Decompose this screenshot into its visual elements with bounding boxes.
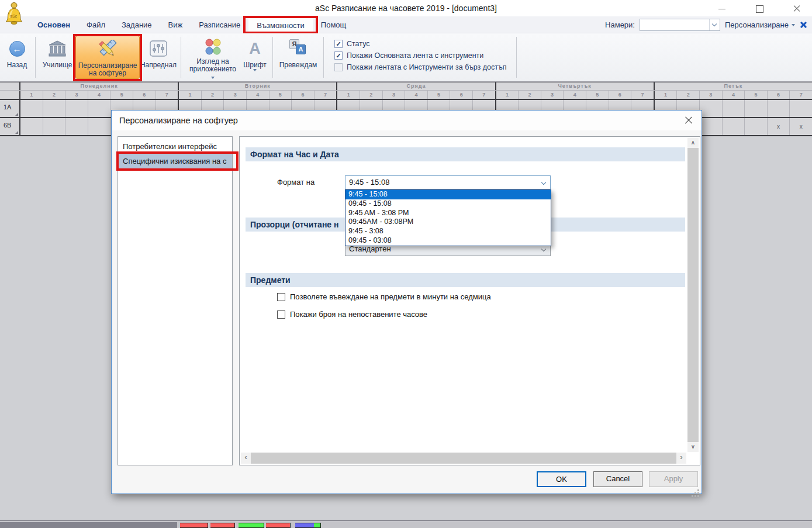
- title-bar: aSc Разписание на часовете 2019 - [docum…: [0, 0, 812, 16]
- ribbon-checkbox-1[interactable]: ✓Покажи Основната лента с инструменти: [334, 51, 507, 60]
- ribbon-divider: [181, 37, 181, 78]
- ribbon-tab-5[interactable]: Възможности: [248, 16, 313, 33]
- scroll-right-button[interactable]: ›: [676, 453, 686, 464]
- grid-period-cell: 4: [247, 91, 269, 99]
- back-button[interactable]: ← Назад: [2, 36, 32, 79]
- dropdown-option-1[interactable]: 09:45 - 15:08: [345, 199, 551, 209]
- grid-cell[interactable]: [790, 100, 812, 117]
- grid-cell[interactable]: [20, 118, 43, 135]
- cancel-button[interactable]: Cancel: [593, 471, 642, 487]
- school-building-icon: [48, 38, 67, 59]
- customize-software-button[interactable]: Персонализиране на софтуер: [75, 36, 140, 79]
- grid-cell[interactable]: [65, 118, 88, 135]
- status-progress-bar-3[interactable]: [266, 523, 291, 528]
- grid-period-cell: 4: [723, 91, 745, 99]
- grid-period-cell: 2: [43, 91, 66, 99]
- horizontal-scroll-track[interactable]: [251, 453, 676, 464]
- grid-cell[interactable]: [43, 118, 66, 135]
- sliders-icon: [150, 38, 167, 59]
- ribbon-tab-1[interactable]: Файл: [78, 16, 113, 33]
- customize-software-dialog: Персонализиране на софтуер Потребителски…: [111, 110, 702, 494]
- dropdown-option-0[interactable]: 9:45 - 15:08: [345, 190, 551, 199]
- grid-day-group: Понеделник: [20, 82, 179, 90]
- ribbon-tab-4[interactable]: Разписание: [191, 16, 248, 33]
- status-progress-bar-2[interactable]: [239, 523, 264, 528]
- time-format-combobox[interactable]: 9:45 - 15:08: [345, 175, 551, 189]
- grid-cell[interactable]: [700, 100, 723, 117]
- horizontal-scrollbar[interactable]: ‹ ›: [241, 453, 686, 464]
- ribbon-tab-0[interactable]: Основен: [29, 16, 78, 33]
- checkbox-subjects-minutes[interactable]: Позволете въвеждане на предмети в минути…: [277, 292, 491, 301]
- grid-cell[interactable]: [700, 118, 723, 135]
- close-personalize-icon[interactable]: [800, 21, 807, 29]
- ribbon-tab-3[interactable]: Виж: [160, 16, 191, 33]
- grid-cell[interactable]: [723, 100, 745, 117]
- ruler-pencil-icon: [97, 39, 118, 60]
- dropdown-option-3[interactable]: 09:45AM - 03:08PM: [345, 218, 551, 227]
- grid-class-label: 1A: [0, 100, 20, 117]
- find-text-field[interactable]: [641, 20, 707, 30]
- class-name-label: 6B: [0, 118, 19, 129]
- grid-cell[interactable]: [768, 100, 790, 117]
- vertical-scroll-track[interactable]: [687, 148, 699, 442]
- ribbon-checkbox-2[interactable]: Покажи лентата с Инструменти за бърз дос…: [334, 63, 507, 71]
- find-label: Намери:: [605, 20, 635, 29]
- grid-period-cell: 1: [655, 91, 678, 99]
- find-input[interactable]: [640, 19, 720, 31]
- grid-period-cell: 4: [564, 91, 586, 99]
- ribbon-tab-6[interactable]: Помощ: [313, 16, 354, 33]
- grid-period-cell: 5: [586, 91, 609, 99]
- grid-cell[interactable]: [745, 100, 768, 117]
- grid-period-cell: 1: [20, 91, 43, 99]
- translate-button[interactable]: Я A Превеждам: [277, 36, 320, 79]
- school-button[interactable]: Училище: [39, 36, 75, 79]
- grid-cell[interactable]: [88, 100, 111, 117]
- app-view-button[interactable]: Изглед на приложението: [185, 36, 241, 79]
- resize-grip[interactable]: [697, 489, 699, 491]
- status-progress-bar-4[interactable]: [295, 523, 321, 528]
- minimize-button[interactable]: [717, 4, 727, 13]
- close-button[interactable]: [792, 4, 801, 13]
- grid-cell[interactable]: [723, 118, 745, 135]
- find-dropdown-arrow[interactable]: [709, 19, 720, 30]
- ribbon-tab-2[interactable]: Задание: [113, 16, 160, 33]
- advanced-button[interactable]: Напреднал: [140, 36, 177, 79]
- status-progress-bar-0[interactable]: [180, 523, 208, 528]
- checkbox-checked-icon: ✓: [334, 51, 343, 60]
- personalize-menu[interactable]: Персонализиране: [725, 20, 795, 29]
- grid-day-name: Петък: [655, 82, 812, 90]
- checkbox-label: Позволете въвеждане на предмети в минути…: [290, 292, 491, 301]
- dropdown-option-2[interactable]: 9:45 AM - 3:08 PM: [345, 209, 551, 218]
- ribbon-checkbox-0[interactable]: ✓Статус: [334, 40, 507, 48]
- grid-cell[interactable]: x: [790, 118, 812, 135]
- grid-cell[interactable]: [745, 118, 768, 135]
- grid-period-header-row: 12345671234567123456712345671234567: [0, 90, 812, 99]
- customize-software-button-label: Персонализиране на софтуер: [78, 62, 137, 77]
- maximize-button[interactable]: [755, 4, 764, 13]
- dialog-nav-item-1[interactable]: Специфични изисквания на с: [118, 154, 232, 168]
- scroll-left-button[interactable]: ‹: [241, 453, 251, 464]
- grid-cell[interactable]: [43, 100, 66, 117]
- apply-button[interactable]: Apply: [649, 471, 698, 487]
- row-corner-mark-icon: [15, 113, 18, 116]
- dropdown-option-5[interactable]: 09:45 - 03:08: [345, 236, 551, 246]
- dialog-close-icon[interactable]: [683, 115, 694, 126]
- dropdown-option-4[interactable]: 9:45 - 3:08: [345, 227, 551, 236]
- grid-period-cell: 7: [473, 91, 495, 99]
- grid-period-cell: 3: [65, 91, 88, 99]
- vertical-scrollbar[interactable]: ∧ ∨: [687, 138, 699, 452]
- scroll-down-button[interactable]: ∨: [687, 442, 699, 452]
- grid-cell[interactable]: [88, 118, 111, 135]
- grid-day-group: Петък: [655, 82, 812, 90]
- ok-button[interactable]: OK: [537, 471, 586, 487]
- checkbox-box: [277, 293, 285, 301]
- dialog-nav-item-0[interactable]: Потребителски интерфейс: [118, 139, 232, 154]
- grid-cell[interactable]: [65, 100, 88, 117]
- grid-period-cell: 3: [541, 91, 564, 99]
- grid-cell[interactable]: [20, 100, 43, 117]
- font-button[interactable]: A Шрифт: [241, 36, 269, 79]
- status-progress-bar-1[interactable]: [210, 523, 235, 528]
- grid-cell[interactable]: x: [768, 118, 790, 135]
- checkbox-show-unplaced[interactable]: Покажи броя на непоставените часове: [277, 310, 427, 319]
- scroll-up-button[interactable]: ∧: [687, 138, 699, 148]
